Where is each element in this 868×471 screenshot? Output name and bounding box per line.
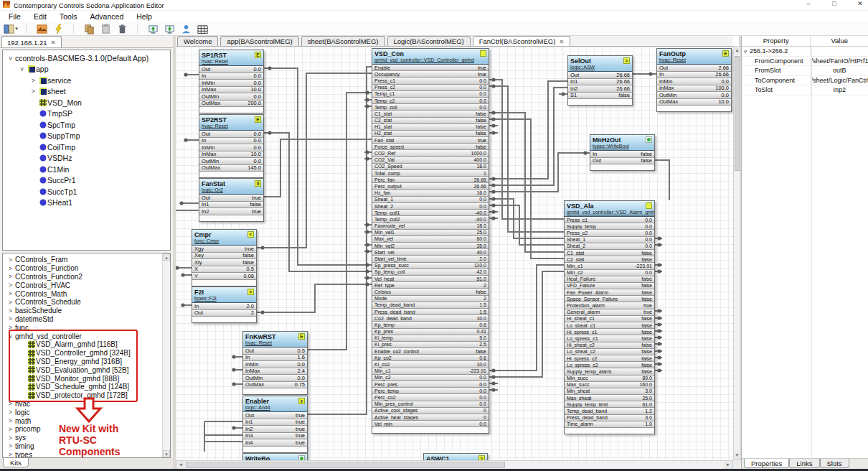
chevron-down-icon[interactable]: v (744, 48, 747, 55)
block-slot-max_succ[interactable]: Max_succ160.0 (565, 382, 654, 388)
scroll-up-icon[interactable]: ▲ (163, 253, 170, 261)
tab-sheet-bascontrolmeg-[interactable]: sheet(BAScontrolMEG) (301, 36, 385, 46)
property-group-row[interactable]: v256.1->266.2 (742, 47, 868, 57)
block-f2i[interactable]: F2I>types::F2IIn2.0Out2 (192, 286, 257, 323)
block-slot-perc_temp[interactable]: Perc_temp0.0 (372, 388, 489, 394)
block-slot-sheat_2[interactable]: Sheat_20.0 (565, 243, 654, 250)
paste-button[interactable] (98, 23, 113, 35)
block-slot-lo_spress_c1[interactable]: Lo_spress_c1false (565, 335, 654, 342)
block-slot-active_heat_stages[interactable]: Active_heat_stages0 (372, 414, 489, 421)
upload-button[interactable] (146, 23, 160, 35)
block-slot-press_c1[interactable]: Press_c10.0 (565, 217, 654, 223)
expander-icon[interactable]: v (6, 55, 15, 62)
expander-icon[interactable]: > (6, 442, 15, 449)
kit-item-ccontrols-function2[interactable]: >CControls_Function2 (3, 273, 170, 281)
block-slot-in1[interactable]: In1true (243, 419, 307, 426)
block-slot-outmax[interactable]: OutMax10.0 (657, 99, 731, 106)
block-slot-enable[interactable]: Enabletrue (372, 65, 489, 71)
block-aswc1[interactable]: ASWC1> (423, 453, 488, 460)
block-slot-min_c2[interactable]: Min_c20.0 (372, 375, 489, 381)
tree-item-coiltmp[interactable]: CoilTmp (3, 141, 170, 153)
block-selout[interactable]: SelOut>logic::ASWOut26.66In126.66In226.6… (567, 55, 633, 106)
block-slot-s1[interactable]: S1false (568, 93, 632, 100)
tree-item-service[interactable]: >service (3, 75, 170, 86)
block-slot-out[interactable]: Outtrue (199, 195, 263, 202)
block-slot-in2[interactable]: In226.66 (568, 85, 632, 93)
expander-icon[interactable]: > (6, 409, 15, 416)
expander-icon[interactable]: > (29, 77, 38, 84)
expander-icon[interactable]: > (6, 281, 15, 289)
expander-icon[interactable]: > (6, 273, 15, 280)
block-slot-in[interactable]: In1.6 (243, 355, 307, 362)
block-sp2rst[interactable]: SP2RSTEhvac::ResetOut0.0In0.0InMin0.0InM… (199, 114, 264, 178)
block-fnkwrst[interactable]: FnKwRSTEhvac::ResetOut0.5In1.6InMin0.0In… (242, 331, 308, 395)
block-slot-c2_stat[interactable]: C2_statfalse (372, 118, 489, 124)
block-slot-co2_val[interactable]: CO2_Val400.0 (372, 157, 489, 164)
block-slot-xgy[interactable]: Xgytrue (192, 246, 256, 253)
block-slot-in1[interactable]: In126.66 (568, 79, 632, 86)
tab-links[interactable]: Links (789, 459, 819, 468)
block-slot-protection_alarm[interactable]: Protection_alarmtrue (565, 302, 654, 309)
block-slot-fan_stat[interactable]: Fan_stattrue (372, 137, 489, 144)
block-slot-vfd_failure[interactable]: VFD_Failurefalse (565, 283, 654, 289)
kit-item-datetimestd[interactable]: >datetimeStd (3, 315, 170, 324)
block-slot-space_sensor_failure[interactable]: Space_Sensor_Failurefalse (565, 296, 654, 302)
block-slot-inmax[interactable]: InMax10.0 (199, 151, 263, 159)
block-vsd_ala[interactable]: VSD_Alagmhd_vsd_controller::VSD_Alarm_gm… (564, 200, 655, 434)
block-slot-outmin[interactable]: OutMin0.0 (199, 158, 263, 165)
tree-item-succpr1[interactable]: SuccPr1 (3, 175, 170, 187)
kit-item-vsd-monitor-gmhd-88b-[interactable]: VSD_Monitor_gmhd [88B] (3, 374, 170, 383)
block-slot-sp_press_succ[interactable]: Sp_press_succ110.0 (372, 263, 489, 269)
block-slot-out[interactable]: Out0.0 (199, 131, 263, 138)
block-slot-out[interactable]: Outfalse (590, 158, 654, 165)
block-slot-in[interactable]: In26.66 (657, 72, 731, 79)
block-slot-outmin[interactable]: OutMin0.0 (657, 92, 731, 99)
block-slot-out[interactable]: Out2 (192, 310, 256, 317)
expander-icon[interactable]: > (6, 417, 15, 424)
block-slot-hi_sheat_c2[interactable]: Hi_sheat_c2false (565, 342, 654, 349)
grid-button[interactable] (195, 23, 209, 35)
trash-button[interactable] (115, 23, 129, 35)
kit-item-func[interactable]: >func (3, 323, 170, 332)
block-slot-sp_temp_coil[interactable]: Sp_temp_coil42.0 (372, 269, 489, 276)
block-slot-temp_c2[interactable]: Temp_c20.0 (372, 98, 489, 104)
block-slot-press_c2[interactable]: Press_c20.0 (565, 230, 654, 236)
kit-item-basicschedule[interactable]: >basicSchedule (3, 307, 170, 315)
block-slot-out[interactable]: Out0.5 (243, 348, 307, 355)
block-slot-fanmode_vel[interactable]: Fanmode_vel18.0 (372, 223, 489, 230)
block-slot-co2_dead_band[interactable]: Co2_dead_band10.0 (372, 315, 489, 322)
close-button[interactable]: ✕ (855, 0, 865, 7)
block-slot-min_succ[interactable]: Min_succ89.0 (565, 376, 654, 382)
block-slot-supply_temp_limit[interactable]: Supply_temp_limit61.0 (565, 401, 654, 408)
block-slot-h1_stat[interactable]: H1_statfalse (372, 124, 489, 131)
block-slot-min_vel2[interactable]: Min_vel235.0 (372, 243, 489, 249)
kits-scrollbar[interactable]: ▲▼ (162, 253, 170, 457)
block-slot-inmax[interactable]: InMax2.4 (243, 368, 307, 376)
block-slot-in1[interactable]: In1false (199, 202, 263, 209)
block-slot-min_pres_control[interactable]: Min_pres_control0.0 (372, 401, 489, 408)
expander-icon[interactable]: > (6, 307, 15, 314)
block-slot-inmin[interactable]: InMin0.0 (199, 144, 263, 151)
tab-slots[interactable]: Slots (820, 459, 849, 468)
expander-icon[interactable]: > (6, 451, 15, 458)
scroll-down-icon[interactable]: ▼ (734, 452, 740, 460)
block-slot-perc_pres[interactable]: Perc_pres0.0 (372, 381, 489, 388)
block-slot-sheat_2[interactable]: Sheat_20.0 (372, 203, 489, 210)
block-slot-mode[interactable]: Mode2 (372, 296, 489, 302)
tab-logic-bascontrolmeg-[interactable]: Logic(BAScontrolMEG) (387, 36, 471, 46)
kit-item-vsd-controller-gmhd-324b-[interactable]: VSD_Controller_gmhd [324B] (3, 349, 170, 358)
tree-item-sheet[interactable]: >sheet (3, 86, 170, 98)
canvas-vertical-scrollbar[interactable]: ▲ ▼ (733, 46, 741, 460)
block-slot-min_sheat[interactable]: Min_sheat3.0 (565, 388, 654, 395)
block-slot-c2_stat[interactable]: C2_statfalse (565, 256, 654, 263)
tree-item-supptmp[interactable]: SuppTmp (3, 131, 170, 142)
block-slot-ref_type[interactable]: Ref_type2 (372, 282, 489, 289)
block-slot-celsius[interactable]: Celsiusfalse (372, 289, 489, 295)
block-slot-sheat_1[interactable]: Sheat_10.0 (372, 197, 489, 203)
block-slot-co2_speed[interactable]: CO2_Speed18.0 (372, 164, 489, 170)
bolt-button[interactable] (51, 23, 65, 35)
block-slot-h2_stat[interactable]: H2_statfalse (372, 131, 489, 137)
block-slot-ki_co2[interactable]: Ki_co210.0 (372, 361, 489, 368)
block-slot-in[interactable]: In0.0 (199, 73, 263, 80)
kit-item-ccontrols-function[interactable]: >CControls_Function (3, 264, 170, 273)
